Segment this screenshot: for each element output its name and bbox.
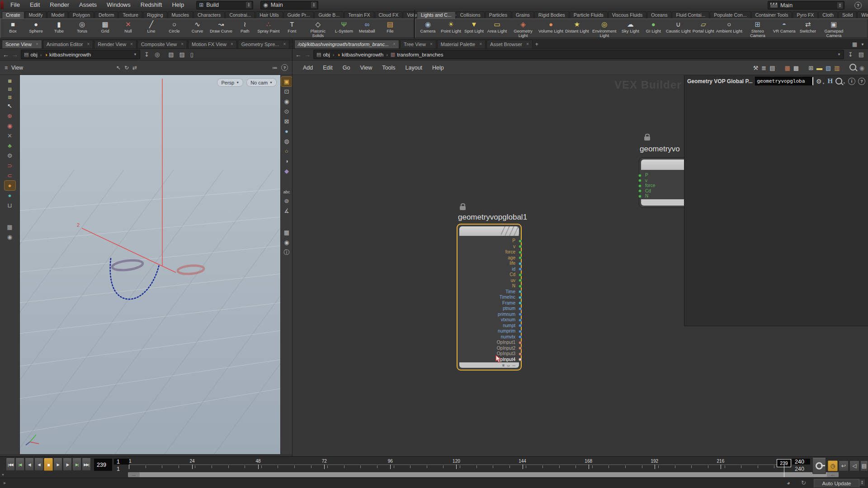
shelf-tool-l-system[interactable]: ΨL-System xyxy=(332,19,355,37)
port-dot[interactable] xyxy=(519,239,522,243)
translate-tool-icon[interactable]: ⊕ xyxy=(5,111,15,121)
jump-start-button[interactable]: |◀◀ xyxy=(6,458,15,471)
port-frame[interactable]: Frame xyxy=(458,300,521,306)
node-geometryvopglobal1[interactable]: PvforceagelifeidCduvNTimeTimeIncFrameptn… xyxy=(457,224,522,371)
pane-help-icon[interactable]: ? xyxy=(281,64,288,71)
select-mode-icon[interactable]: ↖ xyxy=(116,65,121,71)
visibility-icon[interactable]: ◉ xyxy=(859,65,864,71)
forward-icon[interactable]: → xyxy=(304,50,311,59)
spinner-icon[interactable]: ▲▼ xyxy=(837,2,843,9)
port-opinput3[interactable]: OpInput3 xyxy=(458,351,521,357)
geometry-icon[interactable]: ▧ xyxy=(168,51,174,58)
playbar-options-icon[interactable]: ▼ xyxy=(1,473,5,476)
shelf-tool-curve[interactable]: ∿Curve xyxy=(186,19,209,37)
breadcrumb-transform-branches[interactable]: ▥transform_branches xyxy=(391,52,443,57)
lock-view-icon[interactable]: ⊠ xyxy=(281,117,292,126)
scale-tool-icon[interactable]: ✕ xyxy=(5,131,15,141)
step-forward-button[interactable]: |▶ xyxy=(63,458,72,471)
camera-selector[interactable]: No cam ▼ xyxy=(246,78,277,87)
shelf-tab-constrai[interactable]: Constrai... xyxy=(225,11,255,19)
update-mode-selector[interactable]: Auto Update xyxy=(814,479,859,488)
shelf-tab-particle-fluids[interactable]: Particle Fluids xyxy=(570,11,608,19)
port-p[interactable]: P xyxy=(458,238,521,244)
play-button[interactable]: ▶ xyxy=(53,458,62,471)
close-tab-icon[interactable]: × xyxy=(283,42,286,47)
port-id[interactable]: id xyxy=(458,267,521,272)
breadcrumb-obj[interactable]: ▤obj xyxy=(316,52,330,57)
close-tab-icon[interactable]: × xyxy=(231,42,233,47)
pane-divider[interactable] xyxy=(292,61,292,456)
port-dot[interactable] xyxy=(519,251,522,254)
panel-icon[interactable]: ▤ xyxy=(859,51,864,58)
magnet-repel-icon[interactable]: ⊂ xyxy=(5,171,15,180)
cascade-windows-icon[interactable]: ⊞ xyxy=(808,65,813,71)
port-numvtx[interactable]: numvtx xyxy=(458,334,521,340)
shelf-tab-hair-utils[interactable]: Hair Utils xyxy=(255,11,283,19)
close-tab-icon[interactable]: × xyxy=(479,42,482,47)
pane-tab-composite-view[interactable]: Composite View× xyxy=(137,40,187,48)
port-dot[interactable] xyxy=(519,324,522,327)
shelf-tab-polygon[interactable]: Polygon xyxy=(69,11,94,19)
shelf-tool-line[interactable]: ╱Line xyxy=(140,19,163,37)
shelf-tool-torus[interactable]: ◎Torus xyxy=(71,19,94,37)
pane-tab-geometry-spre[interactable]: Geometry Spre...× xyxy=(238,40,290,48)
shelf-tab-rigging[interactable]: Rigging xyxy=(143,11,167,19)
render-camera-icon[interactable]: ◉ xyxy=(281,238,292,247)
jump-end-button[interactable]: ▶▶| xyxy=(82,458,91,471)
node-name-field[interactable]: geometryvopgloba xyxy=(755,77,813,85)
shelf-tool-sphere[interactable]: ●Sphere xyxy=(24,19,47,37)
wireframe-mode-icon[interactable]: ◍ xyxy=(281,136,292,146)
close-tab-icon[interactable]: × xyxy=(36,42,38,47)
magnet-attract-icon[interactable]: ⊃ xyxy=(5,161,15,170)
range-grip-left[interactable]: ... xyxy=(128,472,140,477)
shelf-tab-fluid-contai[interactable]: Fluid Contai... xyxy=(672,11,709,19)
set-key-button[interactable] xyxy=(812,458,826,474)
memory-icon[interactable]: ◕ xyxy=(787,479,790,486)
info-icon[interactable]: i xyxy=(848,78,855,85)
shelf-tab-terrain-fx[interactable]: Terrain FX xyxy=(344,11,374,19)
port-dot[interactable] xyxy=(638,174,642,177)
port-dot[interactable] xyxy=(519,290,522,293)
shelf-tab-viscous-fluids[interactable]: Viscous Fluids xyxy=(608,11,647,19)
breadcrumb-kitbashveingrowth[interactable]: ◑kitbashveingrowth xyxy=(44,52,91,57)
help-icon[interactable]: ? xyxy=(854,2,862,9)
shelf-tab-wires[interactable]: Wires xyxy=(857,11,868,19)
left-breadcrumb[interactable]: ▤obj›◑kitbashveingrowth▼ xyxy=(21,50,140,59)
port-primnum[interactable]: primnum xyxy=(458,312,521,318)
grid-display-icon[interactable]: ▦ xyxy=(5,222,15,232)
range-end-field[interactable]: 240 xyxy=(792,459,810,465)
shelf-tool-path[interactable]: ≀Path xyxy=(233,19,256,37)
pane-menu-icon[interactable]: ≡ xyxy=(5,65,8,71)
breadcrumb-obj[interactable]: ▤obj xyxy=(24,52,38,57)
breadcrumb-dropdown-icon[interactable]: ▼ xyxy=(837,52,841,56)
shelf-tab-cloud-fx[interactable]: Cloud FX xyxy=(375,11,403,19)
port-dot[interactable] xyxy=(519,319,522,322)
shelf-tool-portal-light[interactable]: ▱Portal Light xyxy=(692,19,715,37)
port-dot[interactable] xyxy=(519,330,522,333)
close-tab-icon[interactable]: × xyxy=(87,42,90,47)
shelf-tool-tube[interactable]: ▮Tube xyxy=(47,19,71,37)
timeline-ruler[interactable]: 239 124487296120144168192216 xyxy=(129,459,787,472)
panel-icon[interactable]: ▯ xyxy=(190,51,193,58)
plant-state-icon[interactable]: ♣ xyxy=(5,141,15,150)
gear-icon[interactable]: ⚙▼ xyxy=(816,78,825,85)
shelf-tab-muscles[interactable]: Muscles xyxy=(168,11,193,19)
shelf-tool-font[interactable]: TFont xyxy=(280,19,303,37)
shelf-tool-camera[interactable]: ◉Camera xyxy=(416,19,439,37)
port-dot[interactable] xyxy=(519,262,522,265)
port-dot[interactable] xyxy=(519,279,522,282)
spinner-icon[interactable]: ▲▼ xyxy=(246,2,251,8)
shelf-tab-oceans[interactable]: Oceans xyxy=(647,11,671,19)
current-frame-field[interactable]: 239 xyxy=(94,459,112,471)
network-menu-tools[interactable]: Tools xyxy=(377,65,400,71)
realtime-toggle-button[interactable]: ◷ xyxy=(828,460,838,471)
marker-icon[interactable]: ⊚ xyxy=(281,196,292,206)
desktop-selector[interactable]: ⊞ Build ▲▼ xyxy=(196,1,253,9)
port-dot[interactable] xyxy=(519,313,522,316)
camera-view-icon[interactable]: ◉ xyxy=(281,97,292,106)
shelf-tab-populate-con[interactable]: Populate Con... xyxy=(710,11,750,19)
right-breadcrumb[interactable]: ▤obj›◑kitbashveingrowth›▥transform_branc… xyxy=(313,50,844,59)
close-tab-icon[interactable]: × xyxy=(526,42,529,47)
pin-icon[interactable]: ↧ xyxy=(848,51,853,58)
back-icon[interactable]: ← xyxy=(3,50,9,59)
